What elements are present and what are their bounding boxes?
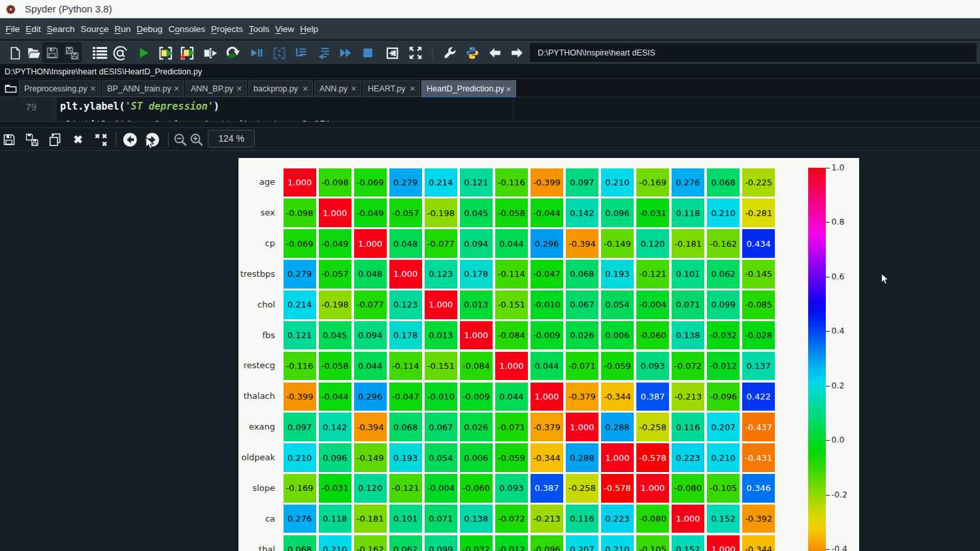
run-selection-button[interactable] [201,44,219,62]
tab-heart-py[interactable]: HEART.py× [363,80,420,97]
heatmap-cell-fbs-slope: -0.060 [636,321,669,350]
save-plot-button[interactable] [0,131,18,148]
browse-tabs-button[interactable] [3,81,18,95]
heatmap-cell-fbs-sex: 0.045 [319,321,351,350]
menu-edit[interactable]: Edit [23,22,44,37]
tab-close-icon[interactable]: × [90,84,95,93]
continue-button[interactable] [336,44,355,62]
tab-close-icon[interactable]: × [302,84,308,93]
tab-close-icon[interactable]: × [237,84,242,93]
back-button[interactable] [485,44,504,62]
heatmap-cell-oldpeak-oldpeak: 1.000 [601,443,634,472]
menu-search[interactable]: Search [44,22,78,37]
heatmap-cell-trestbps-fbs: 0.178 [460,260,493,289]
debug-file-button[interactable] [247,44,265,62]
tab-close-icon[interactable]: × [410,84,415,93]
tab-heartd_prediction-py[interactable]: HeartD_Prediction.py× [421,80,516,99]
forward-button[interactable] [508,44,526,62]
heatmap-cell-slope-exang: -0.258 [566,474,598,503]
heatmap-cell-exang-trestbps: 0.068 [389,413,422,441]
tab-ann-py[interactable]: ANN.py× [314,80,361,97]
heatmap-cell-oldpeak-age: 0.210 [284,443,316,472]
find-symbols-button[interactable] [111,44,129,62]
heatmap-cell-oldpeak-ca: 0.223 [672,443,704,472]
run-cell-button[interactable] [156,44,174,62]
heatmap-cell-oldpeak-target: -0.431 [742,443,775,472]
outline-explorer-button[interactable] [90,44,108,62]
heatmap-cell-exang-sex: 0.142 [319,413,351,441]
python-path-button[interactable] [463,44,482,62]
heatmap-cell-fbs-cp: 0.094 [354,321,387,350]
heatmap-cell-fbs-trestbps: 0.178 [389,321,422,350]
fullscreen-button[interactable] [406,44,425,62]
menu-view[interactable]: View [272,22,297,37]
step-return-button[interactable] [315,44,333,62]
zoom-in-button[interactable] [188,131,206,148]
colorbar-tick [826,222,830,223]
heatmap-cell-cp-exang: -0.394 [566,229,598,258]
previous-plot-button[interactable] [121,131,139,148]
python-icon [465,46,480,60]
stop-debug-button[interactable] [359,44,377,62]
tab-close-icon[interactable]: × [351,84,356,93]
tab-close-icon[interactable]: × [174,84,179,93]
tab-label: Preprocessing.py [24,84,88,93]
heatmap-cell-thalach-exang: -0.379 [566,383,598,411]
menu-projects[interactable]: Projects [208,22,246,37]
heatmap-cell-fbs-target: -0.028 [742,321,775,350]
heatmap-cell-slope-age: -0.169 [284,474,316,503]
open-file-button[interactable] [25,44,43,62]
heatmap-cell-trestbps-trestbps: 1.000 [389,260,422,289]
pane-splitter[interactable] [0,121,980,128]
run-cell-icon [158,46,173,61]
save-all-plots-button[interactable] [23,131,41,148]
plot-zoom-level: 124 % [208,130,255,148]
menu-consoles[interactable]: Consoles [165,22,208,37]
plots-pane: age1.000-0.098-0.0690.2790.2140.121-0.11… [0,151,980,551]
menu-run[interactable]: Run [112,22,134,37]
new-file-button[interactable] [6,44,24,62]
heatmap-cell-chol-restecg: -0.151 [495,291,528,319]
menu-help[interactable]: Help [297,22,321,37]
heatmap-cell-fbs-oldpeak: 0.006 [601,321,634,350]
tab-preprocessing-py[interactable]: Preprocessing.py× [19,80,101,97]
close-plot-button[interactable] [69,131,87,148]
working-directory-input[interactable] [529,42,977,63]
tab-close-icon[interactable]: × [506,84,511,94]
heatmap-cell-restecg-fbs: -0.084 [460,352,493,381]
save-file-button[interactable] [42,42,62,63]
save-all-button[interactable] [62,42,82,63]
outline-icon [92,46,107,59]
menu-source[interactable]: Source [78,22,112,37]
code-editor[interactable]: 79 plt.ylabel('ST depression') plt.title… [0,97,980,121]
run-file-button[interactable] [135,44,153,62]
colorbar-tick [826,168,830,168]
rerun-cell-button[interactable] [223,44,242,62]
next-plot-button[interactable] [143,131,161,148]
step-over-button[interactable] [292,44,310,62]
heatmap-cell-chol-age: 0.214 [284,291,316,319]
heatmap-cell-exang-chol: 0.067 [425,413,457,441]
heatmap-cell-ca-cp: -0.181 [354,505,387,533]
heatmap-cell-restecg-age: -0.116 [284,352,316,381]
tab-bp_ann_train-py[interactable]: BP_ANN_train.py× [102,80,184,97]
run-cell-advance-button[interactable] [178,44,196,62]
arrow-right-icon [510,46,525,59]
tab-ann_bp-py[interactable]: ANN_BP.py× [186,80,247,97]
heatmap-cell-oldpeak-thalach: -0.344 [531,443,563,472]
heatmap-cell-chol-exang: 0.067 [566,291,598,319]
copy-plot-button[interactable] [46,131,64,148]
zoom-out-button[interactable] [171,131,189,148]
maximize-pane-button[interactable] [383,44,401,62]
preferences-button[interactable] [440,44,459,62]
at-icon [112,45,129,61]
heatmap-cell-thalach-fbs: -0.009 [460,383,493,411]
menu-tools[interactable]: Tools [246,22,272,37]
menu-file[interactable]: File [3,22,23,37]
heatmap-cell-age-restecg: -0.116 [495,168,528,197]
menu-debug[interactable]: Debug [133,22,165,37]
tab-backprop-py[interactable]: backprop.py× [248,80,313,97]
debug-cell-button[interactable] [270,44,288,62]
close-all-plots-button[interactable] [91,131,110,148]
heatmap-row-label-slope: slope [216,483,275,493]
